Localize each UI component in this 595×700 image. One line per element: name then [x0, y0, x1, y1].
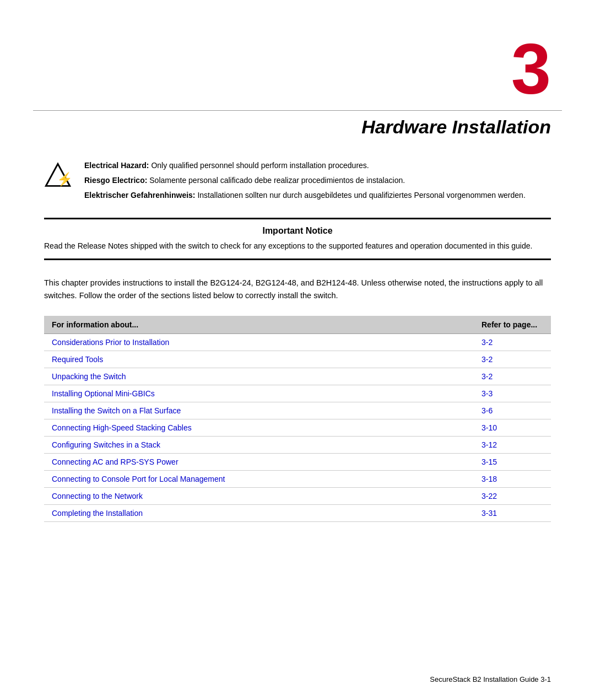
table-row: Required Tools3-2: [44, 351, 551, 368]
footer-text: SecureStack B2 Installation Guide 3-1: [430, 675, 551, 683]
toc-topic-cell[interactable]: Completing the Installation: [44, 505, 474, 522]
warning-english: Electrical Hazard: Only qualified person…: [84, 160, 551, 171]
toc-link[interactable]: Connecting to the Network: [52, 492, 143, 500]
toc-topic-cell[interactable]: Connecting High-Speed Stacking Cables: [44, 419, 474, 437]
toc-page-link[interactable]: 3-10: [482, 423, 497, 432]
toc-link[interactable]: Connecting to Console Port for Local Man…: [52, 475, 225, 483]
chapter-number: 3: [511, 29, 551, 109]
toc-topic-cell[interactable]: Considerations Prior to Installation: [44, 334, 474, 351]
toc-link[interactable]: Installing the Switch on a Flat Surface: [52, 406, 181, 415]
chapter-title-area: Hardware Installation: [0, 111, 595, 160]
toc-page-ref[interactable]: 3-2: [474, 351, 551, 368]
svg-text:⚡: ⚡: [57, 171, 72, 187]
toc-topic-cell[interactable]: Required Tools: [44, 351, 474, 368]
toc-topic-cell[interactable]: Unpacking the Switch: [44, 368, 474, 385]
table-row: Completing the Installation3-31: [44, 505, 551, 522]
toc-topic-cell[interactable]: Connecting AC and RPS-SYS Power: [44, 454, 474, 471]
toc-link[interactable]: Unpacking the Switch: [52, 372, 126, 381]
warning-spanish: Riesgo Electrico: Solamente personal cal…: [84, 175, 551, 186]
page-footer: SecureStack B2 Installation Guide 3-1: [430, 675, 551, 683]
chapter-number-area: 3: [0, 0, 595, 110]
toc-topic-cell[interactable]: Configuring Switches in a Stack: [44, 437, 474, 454]
toc-col1-header: For information about...: [44, 316, 474, 334]
toc-page-link[interactable]: 3-15: [482, 457, 497, 466]
toc-link[interactable]: Configuring Switches in a Stack: [52, 440, 160, 449]
warning-german: Elektrischer Gefahrenhinweis: Installati…: [84, 190, 551, 201]
toc-page-link[interactable]: 3-22: [482, 492, 497, 500]
toc-page-ref[interactable]: 3-6: [474, 402, 551, 419]
toc-link[interactable]: Completing the Installation: [52, 509, 143, 518]
toc-page-ref[interactable]: 3-3: [474, 385, 551, 402]
warning-text-block: Electrical Hazard: Only qualified person…: [84, 160, 551, 201]
toc-col2-header: Refer to page...: [474, 316, 551, 334]
page-container: 3 Hardware Installation ⚡ Electrical Haz…: [0, 0, 595, 700]
content-area: ⚡ Electrical Hazard: Only qualified pers…: [0, 160, 595, 522]
warning-box: ⚡ Electrical Hazard: Only qualified pers…: [44, 160, 551, 207]
toc-topic-cell[interactable]: Installing the Switch on a Flat Surface: [44, 402, 474, 419]
table-row: Considerations Prior to Installation3-2: [44, 334, 551, 351]
toc-page-ref[interactable]: 3-31: [474, 505, 551, 522]
toc-page-link[interactable]: 3-12: [482, 440, 497, 449]
table-row: Configuring Switches in a Stack3-12: [44, 437, 551, 454]
toc-page-link[interactable]: 3-31: [482, 509, 497, 518]
toc-page-ref[interactable]: 3-18: [474, 471, 551, 488]
toc-page-link[interactable]: 3-2: [482, 355, 493, 364]
toc-link[interactable]: Installing Optional Mini-GBICs: [52, 389, 155, 398]
electrical-hazard-icon: ⚡: [44, 162, 74, 192]
toc-page-ref[interactable]: 3-2: [474, 368, 551, 385]
table-row: Unpacking the Switch3-2: [44, 368, 551, 385]
table-row: Connecting High-Speed Stacking Cables3-1…: [44, 419, 551, 437]
toc-page-link[interactable]: 3-2: [482, 372, 493, 381]
important-notice-text: Read the Release Notes shipped with the …: [44, 240, 551, 252]
toc-table: For information about... Refer to page..…: [44, 316, 551, 522]
table-row: Installing the Switch on a Flat Surface3…: [44, 402, 551, 419]
table-row: Connecting AC and RPS-SYS Power3-15: [44, 454, 551, 471]
toc-topic-cell[interactable]: Connecting to the Network: [44, 488, 474, 505]
toc-page-link[interactable]: 3-18: [482, 475, 497, 483]
toc-page-link[interactable]: 3-6: [482, 406, 493, 415]
toc-page-link[interactable]: 3-2: [482, 338, 493, 347]
table-row: Installing Optional Mini-GBICs3-3: [44, 385, 551, 402]
toc-link[interactable]: Connecting High-Speed Stacking Cables: [52, 423, 192, 432]
toc-page-ref[interactable]: 3-15: [474, 454, 551, 471]
toc-link[interactable]: Connecting AC and RPS-SYS Power: [52, 457, 178, 466]
intro-paragraph: This chapter provides instructions to in…: [44, 277, 551, 302]
toc-link[interactable]: Required Tools: [52, 355, 103, 364]
important-notice-section: Important Notice Read the Release Notes …: [44, 218, 551, 260]
toc-page-ref[interactable]: 3-22: [474, 488, 551, 505]
important-notice-title: Important Notice: [44, 226, 551, 236]
toc-link[interactable]: Considerations Prior to Installation: [52, 338, 169, 347]
toc-page-ref[interactable]: 3-10: [474, 419, 551, 437]
toc-page-link[interactable]: 3-3: [482, 389, 493, 398]
table-row: Connecting to the Network3-22: [44, 488, 551, 505]
toc-page-ref[interactable]: 3-12: [474, 437, 551, 454]
chapter-title: Hardware Installation: [361, 116, 551, 137]
toc-topic-cell[interactable]: Installing Optional Mini-GBICs: [44, 385, 474, 402]
toc-page-ref[interactable]: 3-2: [474, 334, 551, 351]
table-row: Connecting to Console Port for Local Man…: [44, 471, 551, 488]
toc-topic-cell[interactable]: Connecting to Console Port for Local Man…: [44, 471, 474, 488]
